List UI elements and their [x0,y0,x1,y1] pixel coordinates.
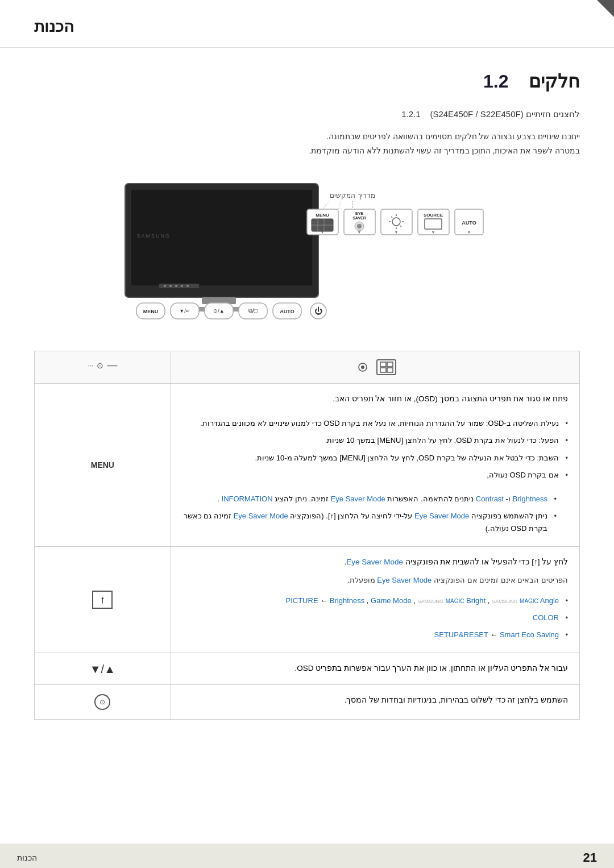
menu-description-cell: פתח או סגור את תפריט התצוגה במסך (OSD), … [171,384,579,547]
svg-rect-60 [387,368,393,372]
monitor-illustration: SAMSUNG מדריך המקשים [114,172,500,331]
table-row-header: — ⊙ ··· [35,351,580,384]
brightness-text: השתמש בלחצן זה כדי לשלוט בבהירות, בניגוד… [345,696,568,704]
dot-icon: ⊙ [97,361,103,370]
eye-saver-cell: לחץ על [↑] כדי להפעיל או להשבית את הפונק… [171,546,579,653]
svg-line-55 [322,201,330,209]
svg-point-6 [175,285,177,287]
table-row-menu: פתח או סגור את תפריט התצוגה במסך (OSD), … [35,384,580,547]
info-table: — ⊙ ··· פתח או סגור את תפריט התצוגה במסך… [34,351,580,720]
monitor-svg: SAMSUNG מדריך המקשים [114,172,500,334]
svg-text:SAMSUNG: SAMSUNG [136,233,171,239]
svg-line-56 [338,201,341,209]
sub-bullet-1: Brightness ו- Contrast ניתנים להתאמה. הא… [182,491,557,508]
table-row-navigation: עבור אל התפריט העליון או התחתון, או כוון… [35,653,580,685]
svg-text:▼: ▼ [395,230,399,234]
circle-dot-icon: ⊙ [94,694,110,710]
bullet-4: אם בקרת OSD נעולה, [182,467,568,484]
picture-bullet: PICTURE ← Brightness , Game Mode , SAMSU… [182,592,568,609]
svg-text:↵/▼: ↵/▼ [179,308,190,314]
minus-icon: — [107,359,117,371]
svg-text:SAVER: SAVER [352,216,366,220]
table-row-brightness: השתמש בלחצן זה כדי לשלוט בבהירות, בניגוד… [35,685,580,720]
svg-point-5 [169,285,172,287]
svg-text:▼: ▼ [467,230,471,234]
navigation-osd: OSD. [294,664,313,672]
eye-saver-sub: הפריטים הבאים אינם זמינים אם הפונקציה Ey… [182,576,568,584]
header-icons [179,359,571,375]
intro-text: ייתכנו שינויים בצבע ובצורה של חלקים מסוי… [34,130,580,158]
menu-bullets: נעילת השליטה ב-OSD: שמור על ההגדרות הנוח… [182,415,568,483]
eye-saver-main: לחץ על [↑] כדי להפעיל או להשבית את הפונק… [182,556,568,569]
color-bullet: COLOR [182,609,568,626]
eye-saver-icon-cell: ↑ [35,546,171,653]
eye-saver-bullets: PICTURE ← Brightness , Game Mode , SAMSU… [182,592,568,643]
footer-right: הכנות [17,853,37,863]
menu-main-text: פתח או סגור את תפריט התצוגה במסך (OSD), … [182,393,568,406]
sub-bullet-2: ניתן להשתמש בפונקציה Eye Saver Mode על-י… [182,508,557,537]
header-title: הכנות [34,17,74,36]
updown-arrows-icon: ▲/▼ [44,663,161,675]
svg-text:▼: ▼ [358,230,362,234]
subsection-title: לחצנים חזיתיים (S24E450F / S22E450F) 1.2… [401,109,580,119]
svg-point-8 [186,285,189,287]
table-header-right: — ⊙ ··· [35,351,171,384]
setup-text: SETUP&RESET [434,630,488,639]
dash-icons: — ⊙ ··· [43,359,163,371]
page-footer: 21 הכנות [0,844,614,868]
section-title-text: חלקים 1.2 [483,71,580,92]
main-content: חלקים 1.2 לחצנים חזיתיים (S24E450F / S22… [0,48,614,844]
svg-text:□/⧉: □/⧉ [248,308,258,314]
sub-bullets: Brightness ו- Contrast ניתנים להתאמה. הא… [182,491,557,537]
color-text: COLOR [533,613,559,622]
samsung-magic-bright: SAMSUNG [418,599,444,604]
navigation-text: עבור אל התפריט העליון או התחתון, או כוון… [313,664,568,672]
svg-rect-57 [380,362,386,367]
menu-label-cell: MENU [35,384,171,547]
brightness-cell: השתמש בלחצן זה כדי לשלוט בבהירות, בניגוד… [171,685,579,720]
subsection-header: לחצנים חזיתיים (S24E450F / S22E450F) 1.2… [34,109,580,119]
footer-left: 21 [583,850,597,865]
navigation-cell: עבור אל התפריט העליון או התחתון, או כוון… [171,653,579,685]
svg-text:MENU: MENU [316,213,329,218]
monitor-diagram: SAMSUNG מדריך המקשים [34,172,580,334]
eye-svg [355,360,370,375]
bullet-3: השבת: כדי לבטל את הנעילה של בקרת OSD, לח… [182,450,568,467]
circle-cell: ⊙ [35,685,171,720]
svg-text:AUTO: AUTO [280,309,294,314]
grid-svg [380,362,393,373]
menu-icon [376,359,396,375]
svg-text:EYE: EYE [355,211,363,215]
picture-text: PICTURE [286,596,318,605]
page-header: הכנות [0,0,614,48]
svg-point-25 [357,224,362,229]
page-number: 21 [583,850,597,865]
svg-text:⏻: ⏻ [314,306,322,315]
samsung-magic-angle: SAMSUNG [492,599,518,604]
svg-rect-59 [380,368,386,372]
bullet-1: נעילת השליטה ב-OSD: שמור על ההגדרות הנוח… [182,415,568,432]
table-header-left [171,351,579,384]
bullet-2: הפעל: כדי לנעול את בקרת OSD, לחץ על הלחצ… [182,432,568,449]
svg-point-7 [181,285,183,287]
svg-point-62 [361,366,364,369]
eye-saver-icon [354,359,372,375]
svg-text:SOURCE: SOURCE [424,213,443,218]
footer-section-label: הכנות [17,853,37,862]
arrow-up-box-icon: ↑ [92,591,113,609]
svg-text:MENU: MENU [143,309,159,314]
updown-cell: ▲/▼ [35,653,171,685]
svg-text:AUTO: AUTO [462,220,476,226]
svg-rect-58 [387,362,393,367]
section-title-area: חלקים 1.2 [34,70,580,92]
menu-label: MENU [91,460,114,470]
table-row-eye-saver: לחץ על [↑] כדי להפעיל או להשבית את הפונק… [35,546,580,653]
dots-icon: ··· [88,362,93,369]
svg-text:▲/⊙: ▲/⊙ [213,308,224,314]
setup-bullet: SETUP&RESET ← Smart Eco Saving [182,626,568,643]
svg-text:מדריך המקשים: מדריך המקשים [330,192,375,200]
section-title: חלקים 1.2 [483,71,580,92]
svg-text:▼: ▼ [432,230,435,234]
svg-text:▼: ▼ [321,230,325,234]
svg-point-4 [164,285,166,287]
